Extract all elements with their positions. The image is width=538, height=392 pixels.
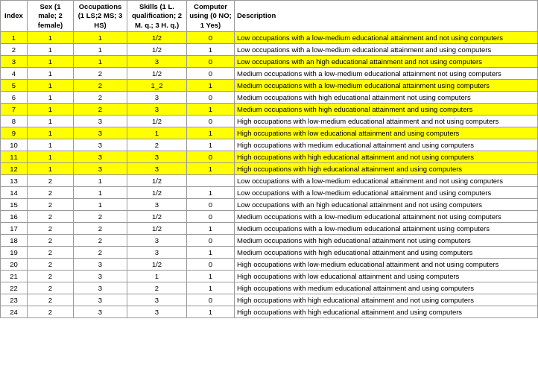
- cell-skills: 1/2: [127, 175, 187, 187]
- cell-skills: 3: [127, 56, 187, 68]
- cell-sex: 1: [28, 104, 74, 116]
- cell-occupation: 2: [74, 104, 127, 116]
- cell-computer: 0: [187, 259, 235, 271]
- table-row: 16221/20Medium occupations with a low-me…: [1, 211, 538, 223]
- table-row: 152130Low occupations with an high educa…: [1, 199, 538, 211]
- cell-occupation: 1: [74, 32, 127, 44]
- cell-description: Low occupations with a low-medium educat…: [235, 32, 538, 44]
- cell-skills: 1: [127, 271, 187, 282]
- cell-index: 17: [1, 223, 28, 235]
- cell-index: 8: [1, 116, 28, 127]
- table-row: 5121_21Medium occupations with a low-med…: [1, 80, 538, 92]
- cell-computer: 1: [187, 271, 235, 282]
- cell-description: Low occupations with an high educational…: [235, 199, 538, 211]
- cell-computer: 1: [187, 127, 235, 139]
- cell-occupation: 3: [74, 139, 127, 151]
- cell-description: High occupations with high educational a…: [235, 151, 538, 163]
- cell-sex: 1: [28, 44, 74, 56]
- cell-sex: 2: [28, 175, 74, 187]
- cell-index: 21: [1, 271, 28, 282]
- cell-occupation: 1: [74, 56, 127, 68]
- table-row: 242331High occupations with high educati…: [1, 306, 538, 318]
- cell-computer: 0: [187, 32, 235, 44]
- cell-sex: 1: [28, 56, 74, 68]
- cell-computer: 1: [187, 163, 235, 175]
- table-row: 20231/20High occupations with low-medium…: [1, 259, 538, 271]
- cell-skills: 1/2: [127, 68, 187, 80]
- cell-computer: [187, 175, 235, 187]
- cell-occupation: 3: [74, 294, 127, 306]
- cell-sex: 2: [28, 306, 74, 318]
- cell-computer: 0: [187, 151, 235, 163]
- cell-skills: 3: [127, 151, 187, 163]
- cell-skills: 1/2: [127, 116, 187, 127]
- cell-sex: 2: [28, 259, 74, 271]
- cell-computer: 1: [187, 223, 235, 235]
- cell-index: 14: [1, 187, 28, 199]
- cell-index: 11: [1, 151, 28, 163]
- table-row: 121331High occupations with high educati…: [1, 163, 538, 175]
- col-header-computer: Computer using (0 NO; 1 Yes): [187, 1, 235, 32]
- col-header-description: Description: [235, 1, 538, 32]
- col-header-occupation: Occupations (1 LS;2 MS; 3 HS): [74, 1, 127, 32]
- main-table-wrapper: Index Sex (1 male; 2 female) Occupations…: [0, 0, 538, 318]
- cell-skills: 1/2: [127, 259, 187, 271]
- cell-description: High occupations with low-medium educati…: [235, 116, 538, 127]
- cell-description: Medium occupations with a low-medium edu…: [235, 223, 538, 235]
- cell-index: 3: [1, 56, 28, 68]
- col-header-skills: Skills (1 L. qualification; 2 M. q.; 3 H…: [127, 1, 187, 32]
- cell-description: Low occupations with a low-medium educat…: [235, 44, 538, 56]
- cell-sex: 2: [28, 223, 74, 235]
- cell-index: 5: [1, 80, 28, 92]
- cell-computer: 1: [187, 282, 235, 294]
- cell-occupation: 2: [74, 223, 127, 235]
- cell-sex: 2: [28, 187, 74, 199]
- cell-occupation: 3: [74, 116, 127, 127]
- table-row: 31130Low occupations with an high educat…: [1, 56, 538, 68]
- data-table: Index Sex (1 male; 2 female) Occupations…: [0, 0, 538, 318]
- cell-occupation: 2: [74, 235, 127, 247]
- cell-occupation: 3: [74, 306, 127, 318]
- cell-computer: 1: [187, 247, 235, 259]
- cell-skills: 2: [127, 139, 187, 151]
- cell-sex: 2: [28, 247, 74, 259]
- col-header-sex: Sex (1 male; 2 female): [28, 1, 74, 32]
- cell-occupation: 2: [74, 211, 127, 223]
- cell-sex: 1: [28, 139, 74, 151]
- cell-occupation: 2: [74, 92, 127, 104]
- cell-index: 20: [1, 259, 28, 271]
- cell-skills: 1_2: [127, 80, 187, 92]
- cell-skills: 3: [127, 163, 187, 175]
- cell-computer: 0: [187, 294, 235, 306]
- cell-description: High occupations with high educational a…: [235, 163, 538, 175]
- cell-description: High occupations with high educational a…: [235, 306, 538, 318]
- table-row: 71231Medium occupations with high educat…: [1, 104, 538, 116]
- table-row: 17221/21Medium occupations with a low-me…: [1, 223, 538, 235]
- cell-computer: 0: [187, 68, 235, 80]
- cell-sex: 1: [28, 80, 74, 92]
- cell-skills: 1/2: [127, 32, 187, 44]
- cell-index: 4: [1, 68, 28, 80]
- table-row: 192231Medium occupations with high educa…: [1, 247, 538, 259]
- cell-skills: 3: [127, 247, 187, 259]
- table-row: 101321High occupations with medium educa…: [1, 139, 538, 151]
- table-row: 222321High occupations with medium educa…: [1, 282, 538, 294]
- cell-occupation: 2: [74, 68, 127, 80]
- cell-sex: 2: [28, 211, 74, 223]
- cell-computer: 0: [187, 199, 235, 211]
- cell-sex: 2: [28, 199, 74, 211]
- table-row: 8131/20High occupations with low-medium …: [1, 116, 538, 127]
- cell-skills: 3: [127, 294, 187, 306]
- cell-computer: 1: [187, 139, 235, 151]
- cell-occupation: 3: [74, 163, 127, 175]
- cell-sex: 1: [28, 116, 74, 127]
- cell-occupation: 1: [74, 44, 127, 56]
- cell-index: 15: [1, 199, 28, 211]
- cell-index: 16: [1, 211, 28, 223]
- cell-index: 23: [1, 294, 28, 306]
- cell-index: 12: [1, 163, 28, 175]
- cell-index: 19: [1, 247, 28, 259]
- table-row: 13211/2Low occupations with a low-medium…: [1, 175, 538, 187]
- cell-description: Low occupations with a low-medium educat…: [235, 187, 538, 199]
- cell-occupation: 1: [74, 175, 127, 187]
